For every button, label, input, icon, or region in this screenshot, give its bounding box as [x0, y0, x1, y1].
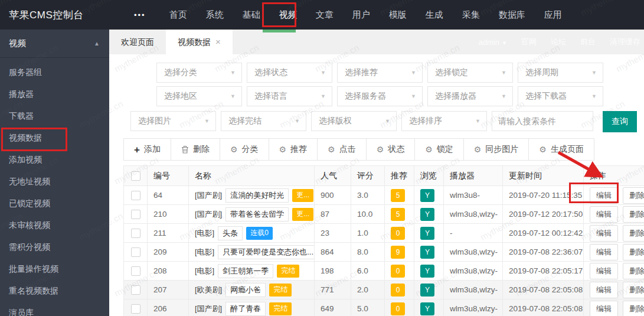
edit-button[interactable]: 编辑	[590, 225, 618, 242]
row-checkbox[interactable]	[131, 210, 140, 219]
sidebar-item[interactable]: 未审核视频	[0, 214, 109, 236]
toolbar-button-推荐[interactable]: + ⚙ 推荐	[269, 138, 318, 161]
tab-welcome[interactable]: 欢迎页面	[109, 30, 166, 54]
delete-button[interactable]: 删除	[623, 282, 644, 298]
userbar-link[interactable]: 清理缓存	[610, 37, 640, 47]
filter-select[interactable]: 选择完结 ▼	[221, 111, 306, 131]
edit-button[interactable]: 编辑	[590, 244, 618, 260]
query-button[interactable]: 查询	[603, 111, 637, 132]
row-checkbox[interactable]	[131, 266, 140, 276]
top-nav-item-10[interactable]: 应用	[535, 0, 571, 30]
delete-button[interactable]: 删除	[623, 263, 644, 279]
top-nav-item-0[interactable]: 首页	[160, 0, 197, 30]
sidebar-item[interactable]: 重名视频数据	[0, 280, 109, 302]
recommend-badge[interactable]: 0	[391, 302, 405, 315]
filter-select[interactable]: 选择地区 ▼	[156, 86, 242, 106]
recommend-badge[interactable]: 5	[391, 208, 405, 221]
userbar-link[interactable]: 论坛	[551, 37, 566, 47]
filter-select[interactable]: 选择排序 ▼	[401, 111, 487, 131]
top-nav-item-9[interactable]: 数据库	[489, 0, 535, 30]
toolbar-button-状态[interactable]: + ⚙ 状态	[366, 138, 416, 161]
top-nav-item-6[interactable]: 模版	[380, 0, 416, 30]
toolbar-button-生成页面[interactable]: + ⚙ 生成页面	[528, 138, 594, 161]
sidebar-group-video[interactable]: 视频 ▲	[0, 30, 109, 58]
delete-button[interactable]: 删除	[623, 244, 644, 260]
select-all-checkbox[interactable]	[131, 171, 140, 181]
row-checkbox[interactable]	[131, 191, 140, 200]
recommend-badge[interactable]: 5	[391, 189, 405, 202]
video-title[interactable]: 带着爸爸去留学	[225, 207, 289, 221]
delete-button[interactable]: 删除	[623, 301, 644, 316]
row-checkbox[interactable]	[131, 247, 140, 257]
sidebar-item[interactable]: 播放器	[0, 83, 109, 105]
filter-select[interactable]: 选择播放器 ▼	[427, 86, 513, 106]
tab-video-data[interactable]: 视频数据 ×	[166, 30, 233, 54]
filter-select[interactable]: 选择推荐 ▼	[337, 63, 423, 83]
top-nav-item-3[interactable]: 视频	[270, 0, 306, 30]
user-menu[interactable]: admin▼	[479, 38, 507, 47]
toolbar-button-删除[interactable]: + ⚙ 删除	[171, 138, 220, 161]
browse-badge[interactable]: Y	[420, 227, 434, 240]
filter-select[interactable]: 选择版权 ▼	[311, 111, 397, 131]
toolbar-button-同步图片[interactable]: + ⚙ 同步图片	[463, 138, 529, 161]
video-title[interactable]: 醉了青春	[225, 302, 266, 316]
toolbar-button-分类[interactable]: + ⚙ 分类	[220, 138, 269, 161]
sidebar-item[interactable]: 演员库	[0, 302, 109, 316]
sidebar-item[interactable]: 无地址视频	[0, 171, 109, 193]
delete-button[interactable]: 删除	[623, 187, 644, 204]
delete-button[interactable]: 删除	[623, 225, 644, 242]
sidebar-item[interactable]: 需积分视频	[0, 236, 109, 258]
browse-badge[interactable]: Y	[420, 302, 434, 315]
close-icon[interactable]: ×	[215, 30, 221, 54]
sidebar-item[interactable]: 批量操作视频	[0, 258, 109, 280]
search-input[interactable]	[492, 111, 593, 131]
userbar-link[interactable]: 前台	[580, 37, 596, 47]
sidebar-item[interactable]: 添加视频	[0, 149, 109, 171]
browse-badge[interactable]: Y	[420, 208, 434, 221]
browse-badge[interactable]: Y	[420, 265, 434, 278]
more-menu-icon[interactable]: •••	[134, 11, 146, 19]
video-title[interactable]: 流淌的美好时光	[225, 188, 289, 203]
row-checkbox[interactable]	[131, 304, 140, 314]
sidebar-item[interactable]: 视频数据	[0, 127, 109, 149]
sidebar-item[interactable]: 已锁定视频	[0, 193, 109, 214]
row-checkbox[interactable]	[131, 229, 140, 238]
recommend-badge[interactable]: 0	[391, 284, 405, 297]
edit-button[interactable]: 编辑	[590, 187, 618, 204]
recommend-badge[interactable]: 0	[391, 227, 405, 240]
edit-button[interactable]: 编辑	[590, 301, 618, 316]
browse-badge[interactable]: Y	[420, 284, 434, 297]
filter-select[interactable]: 选择状态 ▼	[247, 63, 332, 83]
browse-badge[interactable]: Y	[420, 189, 434, 202]
top-nav-item-1[interactable]: 系统	[197, 0, 233, 30]
userbar-link[interactable]: 官网	[521, 37, 537, 47]
top-nav-item-8[interactable]: 采集	[453, 0, 489, 30]
sidebar-item[interactable]: 服务器组	[0, 61, 109, 83]
recommend-badge[interactable]: 9	[391, 246, 405, 259]
browse-badge[interactable]: Y	[420, 246, 434, 259]
video-title[interactable]: 网瘾小爸	[225, 283, 266, 297]
toolbar-button-点击[interactable]: + ⚙ 点击	[317, 138, 367, 161]
video-title[interactable]: 头条	[218, 226, 243, 240]
edit-button[interactable]: 编辑	[590, 282, 618, 298]
top-nav-item-2[interactable]: 基础	[233, 0, 270, 30]
video-title[interactable]: 剑王朝第一季	[218, 264, 273, 278]
top-nav-item-4[interactable]: 文章	[306, 0, 343, 30]
edit-button[interactable]: 编辑	[590, 263, 618, 279]
toolbar-button-锁定[interactable]: + ⚙ 锁定	[414, 138, 464, 161]
filter-select[interactable]: 选择周期 ▼	[518, 63, 603, 83]
edit-button[interactable]: 编辑	[590, 206, 618, 223]
row-checkbox[interactable]	[131, 285, 140, 295]
filter-select[interactable]: 选择下载器 ▼	[518, 86, 603, 106]
video-title[interactable]: 只要可爱即使是变态你也...	[218, 245, 314, 259]
filter-select[interactable]: 选择图片 ▼	[130, 111, 216, 131]
filter-select[interactable]: 选择服务器 ▼	[337, 86, 423, 106]
filter-select[interactable]: 选择语言 ▼	[247, 86, 332, 106]
toolbar-button-添加[interactable]: + ⚙ 添加	[123, 138, 171, 161]
sidebar-item[interactable]: 下载器	[0, 105, 109, 127]
filter-select[interactable]: 选择分类 ▼	[156, 63, 242, 83]
delete-button[interactable]: 删除	[623, 206, 644, 223]
recommend-badge[interactable]: 0	[391, 265, 405, 278]
top-nav-item-7[interactable]: 生成	[416, 0, 453, 30]
top-nav-item-5[interactable]: 用户	[343, 0, 380, 30]
